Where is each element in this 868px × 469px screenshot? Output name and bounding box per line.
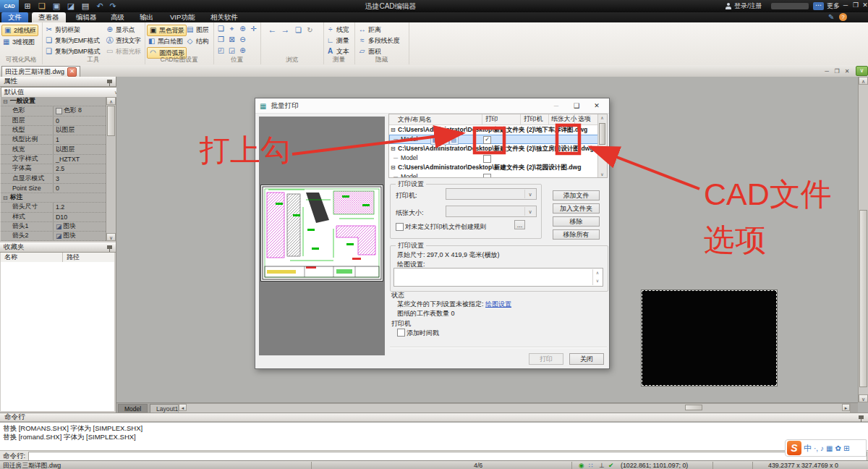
3d-view-button[interactable]: ▦3维视图 [2,37,35,47]
copy-view-icon[interactable]: ❐ [216,35,226,44]
close-dialog-button[interactable]: 关闭 [569,353,604,365]
property-row[interactable]: 字体高2.5 [1,164,106,174]
scroll-left-icon[interactable]: ◂ [179,404,187,411]
scroll-up-icon[interactable]: ∧ [106,97,116,105]
login-button[interactable]: 登录/注册 [725,1,762,12]
area-button[interactable]: ▱面积 [358,46,380,56]
find-text-button[interactable]: Ⓐ查找文字 [106,35,141,46]
doc-minimize-icon[interactable]: ─ [822,67,832,75]
copy-emf-button[interactable]: ❏复制为EMF格式 [45,35,100,46]
property-row[interactable]: 箭头尺寸1.2 [1,203,106,212]
pan-icon[interactable]: ✛ [249,24,258,33]
sogou-input-bar[interactable]: S 中 ·, ♪ ▦ ✿ ⊞ [785,439,867,457]
tab-close-icon[interactable]: ✕ [67,67,77,77]
model-space-viewport[interactable] [642,290,777,386]
redo-icon[interactable]: ↷ [107,1,119,12]
tree-collapse-icon[interactable]: ⊟ [3,195,8,201]
pencil-icon[interactable]: ✎ [828,13,834,21]
document-tab[interactable]: 田迁房三期详图.dwg ✕ [1,66,80,77]
tree-collapse-icon[interactable]: ⊟ [391,145,396,152]
skin-icon[interactable]: ✿ [835,444,841,452]
property-scrollbar[interactable]: ∧ ∨ [106,97,116,241]
zoom-out-icon[interactable]: ⊖ [238,35,247,44]
menu-file[interactable]: 文件 [1,12,28,22]
scroll-thumb[interactable] [859,210,867,387]
ortho-icon[interactable]: ⊥ [599,462,605,469]
property-row[interactable]: 线型比例1 [1,135,106,145]
measure-button[interactable]: ∟测量 [326,35,349,46]
property-row[interactable]: 文字样式_HZTXT [1,155,106,164]
print-checkbox-checked[interactable]: ✓ [483,136,491,144]
black-background-button[interactable]: ▣黑色背景 [147,25,187,36]
property-row[interactable]: 图层0 [1,117,106,126]
tree-collapse-icon[interactable]: ⊟ [391,164,396,171]
menu-viewer[interactable]: 查看器 [32,12,66,22]
close-button[interactable]: ✕ [859,0,868,10]
scroll-down-icon[interactable]: ∨ [859,394,868,402]
refresh-icon[interactable]: ↻ [305,25,315,35]
clip-frame-button[interactable]: ✂剪切框架 [45,25,80,35]
open-file-icon[interactable]: ❏ [36,1,48,12]
doc-close-icon[interactable]: ✕ [842,67,852,75]
chinese-mode-icon[interactable]: 中 [804,443,812,454]
line-width-button[interactable]: ÷线宽 [326,25,349,35]
table-scrollbar[interactable]: ∧ ∨ [597,114,607,177]
help-icon[interactable]: ? [839,13,847,21]
menu-output[interactable]: 输出 [133,12,160,22]
scroll-down-icon[interactable]: ∨ [106,233,116,241]
view-corner2-icon[interactable]: ◲ [227,46,237,55]
print-icon[interactable]: ▤ [80,1,91,12]
scroll-thumb[interactable] [685,405,702,410]
zoom-in-icon[interactable]: ⊕ [238,24,247,33]
undo-icon[interactable]: ↶ [94,1,106,12]
property-row[interactable]: 线宽以图层 [1,145,106,154]
drawing-settings-box[interactable]: ∧∨ [393,268,603,287]
property-category[interactable]: ⊟标注 [1,193,106,203]
menu-advanced[interactable]: 高级 [104,12,131,22]
more-button[interactable]: ⋯ 更多 [813,1,840,12]
pin-icon[interactable] [107,80,112,83]
dialog-close-icon[interactable]: ✕ [589,102,605,109]
2d-wireframe-button[interactable]: ▣2维线框 [1,25,38,36]
copy-bmp-button[interactable]: ❑复制为BMP格式 [45,46,100,56]
save-as-icon[interactable]: ◪ [65,1,77,12]
rule-checkbox[interactable] [396,223,404,231]
add-folder-button[interactable]: 加入文件夹 [553,203,600,214]
spin-down-icon[interactable]: ∨ [596,279,599,283]
dialog-maximize-icon[interactable]: ❑ [569,102,584,109]
command-input[interactable] [28,452,867,461]
property-category[interactable]: ⊟一般设置 [1,97,106,106]
zoom-extents-icon[interactable]: ⊠ [227,35,237,44]
vertical-scrollbar[interactable]: ∧ ∨ [858,77,868,402]
sogou-logo[interactable]: S [787,441,801,455]
text-button[interactable]: A文本 [326,46,349,56]
save-icon[interactable]: ▣ [51,1,62,12]
remove-all-button[interactable]: 移除所有 [553,229,600,240]
property-row[interactable]: 点显示模式3 [1,174,106,183]
new-file-icon[interactable]: ⊞ [22,1,33,12]
distance-button[interactable]: ↔距离 [358,25,380,35]
file-group-row[interactable]: ⊟ C:\Users\Administrator\Desktop\新建文件夹 (… [389,144,607,153]
property-row[interactable]: 线型以图层 [1,126,106,135]
scroll-thumb[interactable] [107,106,115,136]
ribbon-collapse-button[interactable]: ∨ [856,66,868,76]
layout-row[interactable]: ─ Model [389,153,607,163]
browse-ellipsis-button[interactable]: ... [514,220,525,229]
print-checkbox[interactable] [483,155,491,163]
view-corner-icon[interactable]: ◰ [216,46,226,55]
property-row[interactable]: 箭头2◪图块 [1,232,106,241]
property-row[interactable]: 箭头1◪图块 [1,222,106,232]
spin-up-icon[interactable]: ∧ [596,271,599,275]
tree-collapse-icon[interactable]: ⊟ [391,127,396,133]
paper-size-select[interactable]: ∨ [446,206,537,217]
scroll-right-icon[interactable]: ▸ [842,404,850,411]
add-file-button[interactable]: 添加文件 [553,190,600,200]
layout-row-selected[interactable]: ─ Model ✓ ▦ ❏ ▤ [389,135,607,144]
pin-icon[interactable] [859,415,864,419]
scroll-thumb[interactable] [599,123,605,145]
zoom-scale-icon[interactable]: ⊕ [238,46,247,55]
polyline-length-button[interactable]: ≈多段线长度 [358,35,400,46]
drawing-settings-link[interactable]: 绘图设置 [485,300,511,308]
bw-drawing-button[interactable]: ◧黑白绘图 [148,36,183,46]
rotate-view-icon[interactable]: ❏ [216,24,226,33]
